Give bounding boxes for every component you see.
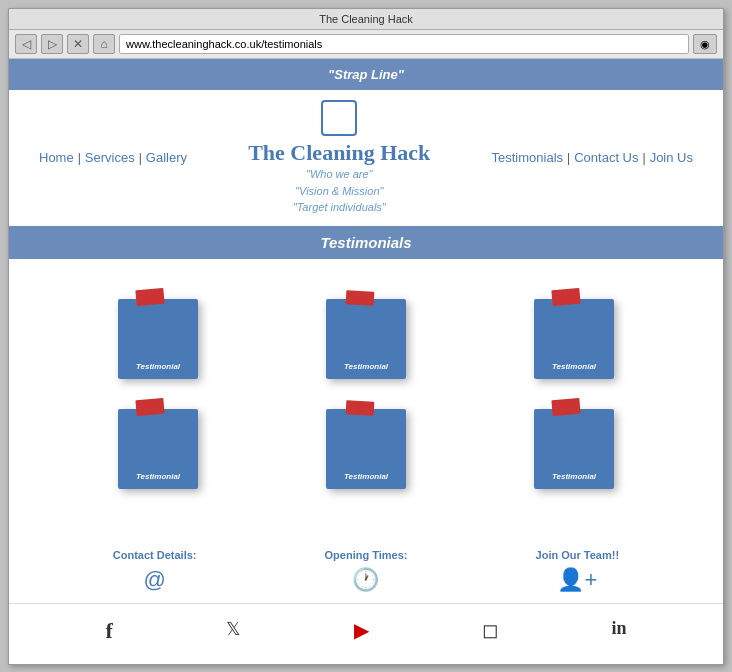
testimonial-6-label: Testimonial [552, 472, 596, 481]
sticky-tab-5 [346, 400, 375, 415]
testimonial-4-label: Testimonial [136, 472, 180, 481]
stop-button[interactable]: ✕ [67, 34, 89, 54]
brand-sub: "Who we are" "Vision & Mission" "Target … [293, 166, 386, 216]
footer-join-title: Join Our Team!! [472, 549, 683, 561]
browser-content: "Strap Line" Home | Services | Gallery T… [9, 59, 723, 664]
sticky-tab-3 [551, 287, 580, 305]
brand-sub-3: "Target individuals" [293, 199, 386, 216]
nav-gallery[interactable]: Gallery [146, 150, 187, 165]
nav-services[interactable]: Services [85, 150, 135, 165]
nav-testimonials[interactable]: Testimonials [492, 150, 564, 165]
testimonial-2-label: Testimonial [344, 362, 388, 371]
testimonial-3[interactable]: Testimonial [534, 299, 614, 379]
sticky-tab-6 [551, 397, 580, 415]
header: Home | Services | Gallery The Cleaning H… [9, 90, 723, 226]
testimonial-5-label: Testimonial [344, 472, 388, 481]
section-title: Testimonials [320, 234, 411, 251]
instagram-icon[interactable]: ◻ [482, 618, 499, 644]
nav-sep-3: | [567, 151, 570, 165]
back-button[interactable]: ◁ [15, 34, 37, 54]
testimonial-6-wrapper: Testimonial [485, 409, 663, 489]
section-bar: Testimonials [9, 226, 723, 259]
linkedin-icon[interactable]: in [611, 618, 626, 644]
footer-contact-title: Contact Details: [49, 549, 260, 561]
nav-left: Home | Services | Gallery [39, 150, 187, 165]
testimonials-grid: Testimonial Testimonial Testimonial Test… [9, 259, 723, 529]
sticky-tab-2 [346, 290, 375, 305]
youtube-icon[interactable]: ▶ [354, 618, 369, 644]
brand-logo [321, 100, 357, 136]
footer-col-1: Contact Details: @ [49, 549, 260, 593]
testimonial-6[interactable]: Testimonial [534, 409, 614, 489]
page-title: The Cleaning Hack [319, 13, 413, 25]
nav-join[interactable]: Join Us [650, 150, 693, 165]
testimonial-1[interactable]: Testimonial [118, 299, 198, 379]
footer-col-2: Opening Times: 🕐 [260, 549, 471, 593]
testimonial-1-label: Testimonial [136, 362, 180, 371]
brand-title: The Cleaning Hack [248, 140, 430, 166]
footer-hours-title: Opening Times: [260, 549, 471, 561]
brand-sub-1: "Who we are" [293, 166, 386, 183]
testimonial-4-wrapper: Testimonial [69, 409, 247, 489]
browser-toolbar: ◁ ▷ ✕ ⌂ ◉ [9, 30, 723, 59]
at-icon[interactable]: @ [49, 567, 260, 593]
testimonial-4[interactable]: Testimonial [118, 409, 198, 489]
footer-col-3: Join Our Team!! 👤+ [472, 549, 683, 593]
testimonial-5[interactable]: Testimonial [326, 409, 406, 489]
nav-right: Testimonials | Contact Us | Join Us [492, 150, 693, 165]
nav-sep-1: | [78, 151, 81, 165]
person-add-icon[interactable]: 👤+ [472, 567, 683, 593]
strap-line-text: "Strap Line" [328, 67, 404, 82]
brand-center: The Cleaning Hack "Who we are" "Vision &… [248, 100, 430, 216]
forward-button[interactable]: ▷ [41, 34, 63, 54]
go-button[interactable]: ◉ [693, 34, 717, 54]
browser-window: The Cleaning Hack ◁ ▷ ✕ ⌂ ◉ "Strap Line"… [8, 8, 724, 665]
sticky-tab-4 [135, 397, 164, 415]
footer-social: f 𝕏 ▶ ◻ in [9, 603, 723, 664]
address-bar[interactable] [119, 34, 689, 54]
testimonial-5-wrapper: Testimonial [277, 409, 455, 489]
nav-sep-2: | [139, 151, 142, 165]
testimonial-3-label: Testimonial [552, 362, 596, 371]
testimonial-3-wrapper: Testimonial [485, 299, 663, 379]
browser-titlebar: The Cleaning Hack [9, 9, 723, 30]
testimonial-1-wrapper: Testimonial [69, 299, 247, 379]
nav-sep-4: | [643, 151, 646, 165]
home-button[interactable]: ⌂ [93, 34, 115, 54]
sticky-tab-1 [135, 287, 164, 305]
clock-icon[interactable]: 🕐 [260, 567, 471, 593]
testimonial-2[interactable]: Testimonial [326, 299, 406, 379]
footer-info: Contact Details: @ Opening Times: 🕐 Join… [9, 529, 723, 603]
nav-contact[interactable]: Contact Us [574, 150, 638, 165]
brand-sub-2: "Vision & Mission" [293, 183, 386, 200]
facebook-icon[interactable]: f [105, 618, 112, 644]
twitter-icon[interactable]: 𝕏 [226, 618, 241, 644]
nav-home[interactable]: Home [39, 150, 74, 165]
strap-line-bar: "Strap Line" [9, 59, 723, 90]
testimonial-2-wrapper: Testimonial [277, 299, 455, 379]
